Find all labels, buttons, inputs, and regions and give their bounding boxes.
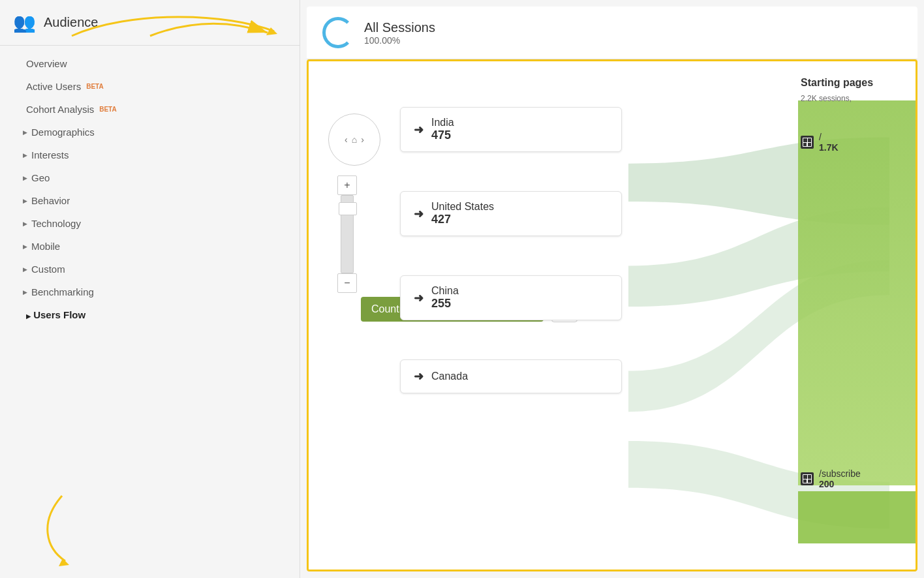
china-name: China [431, 285, 459, 297]
china-arrow-icon: ➜ [414, 291, 424, 305]
india-arrow-icon: ➜ [414, 123, 424, 137]
page-node-root[interactable]: / 1.7K [793, 127, 908, 158]
country-node-united-states[interactable]: ➜ United States 427 [400, 191, 622, 236]
active-users-beta-badge: BETA [86, 83, 103, 90]
svg-marker-3 [59, 558, 69, 566]
sessions-title: All Sessions [364, 20, 435, 35]
canada-arrow-icon: ➜ [414, 369, 424, 384]
flow-container: Country ▼ ⚙ ‹ ⌂ › + − ➜ Indi [307, 59, 917, 571]
svg-rect-11 [808, 475, 811, 479]
nav-right-icon[interactable]: › [361, 134, 364, 145]
sessions-icon [322, 17, 354, 48]
starting-pages-sub: 2.2K sessions, [793, 94, 908, 114]
sidebar-item-mobile[interactable]: Mobile [0, 235, 300, 258]
audience-icon: 👥 [13, 12, 36, 33]
sidebar-item-custom[interactable]: Custom [0, 258, 300, 281]
sidebar-item-cohort-analysis[interactable]: Cohort Analysis BETA [0, 98, 300, 121]
india-name: India [431, 117, 454, 129]
us-count: 427 [431, 213, 494, 226]
svg-rect-5 [803, 138, 807, 142]
svg-rect-10 [803, 475, 807, 479]
us-name: United States [431, 201, 494, 213]
sidebar-nav: Overview Active Users BETA Cohort Analys… [0, 46, 300, 333]
svg-rect-6 [808, 138, 811, 142]
right-overlay: Starting pages 2.2K sessions, / 1.7K [785, 61, 916, 570]
sidebar-item-users-flow[interactable]: Users Flow [0, 303, 300, 326]
sidebar-item-technology[interactable]: Technology [0, 212, 300, 235]
canada-name: Canada [431, 371, 468, 382]
nav-left-icon[interactable]: ‹ [345, 134, 348, 145]
zoom-controls: + − [337, 175, 357, 293]
main-content: All Sessions 100.00% Country ▼ ⚙ ‹ ⌂ › + [300, 0, 924, 578]
page-icon-root [801, 136, 814, 149]
sessions-info: All Sessions 100.00% [364, 20, 435, 46]
sidebar-item-behavior[interactable]: Behavior [0, 189, 300, 212]
country-node-india[interactable]: ➜ India 475 [400, 107, 622, 152]
zoom-in-button[interactable]: + [337, 175, 357, 195]
sidebar-item-active-users[interactable]: Active Users BETA [0, 75, 300, 98]
zoom-thumb[interactable] [339, 202, 357, 215]
all-sessions-bar: All Sessions 100.00% [307, 7, 917, 59]
audience-header: 👥 Audience [0, 0, 300, 46]
india-count: 475 [431, 129, 454, 142]
sidebar: 👥 Audience Overview Active Users BETA [0, 0, 300, 578]
map-nav-circle[interactable]: ‹ ⌂ › [328, 114, 380, 166]
starting-pages-header: Starting pages [793, 72, 908, 94]
audience-label: Audience [44, 15, 98, 30]
sidebar-item-benchmarking[interactable]: Benchmarking [0, 281, 300, 303]
us-arrow-icon: ➜ [414, 207, 424, 221]
page-node-subscribe[interactable]: /subscribe 200 [793, 463, 908, 494]
china-count: 255 [431, 297, 459, 311]
country-nodes: ➜ India 475 ➜ United States 427 ➜ China … [400, 107, 622, 433]
home-icon[interactable]: ⌂ [352, 134, 357, 145]
sidebar-item-interests[interactable]: Interests [0, 144, 300, 166]
svg-rect-13 [808, 479, 811, 483]
country-node-china[interactable]: ➜ China 255 [400, 275, 622, 320]
page-sessions-root: 1.7K [819, 142, 839, 153]
zoom-out-button[interactable]: − [337, 273, 357, 293]
sidebar-item-overview[interactable]: Overview [0, 52, 300, 75]
country-node-canada[interactable]: ➜ Canada [400, 359, 622, 393]
zoom-track[interactable] [341, 195, 354, 273]
sidebar-item-geo[interactable]: Geo [0, 166, 300, 189]
svg-rect-8 [808, 143, 811, 146]
cohort-beta-badge: BETA [99, 106, 116, 113]
sessions-percentage: 100.00% [364, 35, 435, 46]
page-path-subscribe: /subscribe [819, 468, 861, 479]
page-path-root: / [819, 132, 839, 142]
svg-rect-12 [803, 479, 807, 483]
sidebar-item-demographics[interactable]: Demographics [0, 121, 300, 144]
page-sessions-subscribe: 200 [819, 479, 861, 489]
svg-rect-7 [803, 143, 807, 146]
page-icon-subscribe [801, 472, 814, 485]
